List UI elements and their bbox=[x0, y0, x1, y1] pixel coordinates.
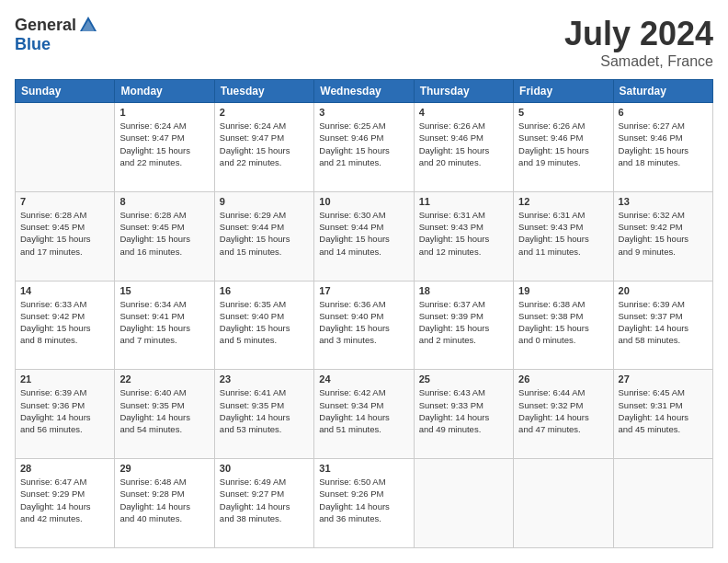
day-number: 21 bbox=[20, 373, 109, 385]
calendar-cell: 22Sunrise: 6:40 AM Sunset: 9:35 PM Dayli… bbox=[115, 370, 214, 459]
day-number: 27 bbox=[619, 373, 708, 385]
calendar-cell bbox=[414, 459, 513, 548]
week-row-1: 1Sunrise: 6:24 AM Sunset: 9:47 PM Daylig… bbox=[16, 103, 713, 192]
day-header-thursday: Thursday bbox=[414, 80, 513, 103]
day-info: Sunrise: 6:45 AM Sunset: 9:31 PM Dayligh… bbox=[619, 386, 708, 435]
calendar-cell: 20Sunrise: 6:39 AM Sunset: 9:37 PM Dayli… bbox=[613, 281, 712, 370]
day-number: 10 bbox=[319, 196, 408, 207]
day-header-sunday: Sunday bbox=[16, 80, 115, 103]
day-header-monday: Monday bbox=[115, 80, 214, 103]
day-info: Sunrise: 6:31 AM Sunset: 9:43 PM Dayligh… bbox=[419, 209, 508, 258]
day-info: Sunrise: 6:49 AM Sunset: 9:27 PM Dayligh… bbox=[220, 476, 309, 524]
day-info: Sunrise: 6:27 AM Sunset: 9:46 PM Dayligh… bbox=[619, 120, 708, 168]
calendar-cell: 16Sunrise: 6:35 AM Sunset: 9:40 PM Dayli… bbox=[214, 281, 313, 370]
day-info: Sunrise: 6:43 AM Sunset: 9:33 PM Dayligh… bbox=[419, 386, 508, 435]
calendar-cell: 28Sunrise: 6:47 AM Sunset: 9:29 PM Dayli… bbox=[16, 459, 115, 548]
day-number: 22 bbox=[119, 373, 209, 385]
calendar-cell: 8Sunrise: 6:28 AM Sunset: 9:45 PM Daylig… bbox=[115, 191, 214, 281]
day-info: Sunrise: 6:26 AM Sunset: 9:46 PM Dayligh… bbox=[419, 120, 508, 168]
day-info: Sunrise: 6:29 AM Sunset: 9:44 PM Dayligh… bbox=[220, 209, 309, 258]
title-block: July 2024 Samadet, France bbox=[564, 15, 713, 70]
calendar-cell: 27Sunrise: 6:45 AM Sunset: 9:31 PM Dayli… bbox=[613, 370, 712, 459]
day-number: 25 bbox=[419, 373, 508, 385]
day-info: Sunrise: 6:48 AM Sunset: 9:28 PM Dayligh… bbox=[119, 476, 209, 524]
day-header-saturday: Saturday bbox=[613, 80, 712, 103]
day-number: 8 bbox=[119, 196, 209, 207]
calendar-cell: 5Sunrise: 6:26 AM Sunset: 9:46 PM Daylig… bbox=[514, 103, 613, 192]
day-number: 3 bbox=[319, 107, 408, 118]
day-info: Sunrise: 6:33 AM Sunset: 9:42 PM Dayligh… bbox=[20, 298, 109, 347]
calendar-cell: 3Sunrise: 6:25 AM Sunset: 9:46 PM Daylig… bbox=[314, 103, 414, 192]
day-number: 30 bbox=[220, 463, 309, 474]
calendar-cell: 10Sunrise: 6:30 AM Sunset: 9:44 PM Dayli… bbox=[314, 191, 414, 281]
day-number: 14 bbox=[20, 285, 109, 296]
day-number: 1 bbox=[119, 107, 209, 118]
day-info: Sunrise: 6:31 AM Sunset: 9:43 PM Dayligh… bbox=[518, 209, 608, 258]
day-info: Sunrise: 6:24 AM Sunset: 9:47 PM Dayligh… bbox=[220, 120, 309, 168]
day-header-wednesday: Wednesday bbox=[314, 80, 414, 103]
calendar-cell: 24Sunrise: 6:42 AM Sunset: 9:34 PM Dayli… bbox=[314, 370, 414, 459]
calendar-cell: 30Sunrise: 6:49 AM Sunset: 9:27 PM Dayli… bbox=[214, 459, 313, 548]
day-info: Sunrise: 6:28 AM Sunset: 9:45 PM Dayligh… bbox=[119, 209, 209, 258]
day-number: 16 bbox=[220, 285, 309, 296]
day-info: Sunrise: 6:44 AM Sunset: 9:32 PM Dayligh… bbox=[518, 386, 608, 435]
day-info: Sunrise: 6:36 AM Sunset: 9:40 PM Dayligh… bbox=[319, 298, 408, 347]
day-number: 6 bbox=[619, 107, 708, 118]
calendar-cell bbox=[514, 459, 613, 548]
day-info: Sunrise: 6:37 AM Sunset: 9:39 PM Dayligh… bbox=[419, 298, 508, 347]
day-number: 4 bbox=[419, 107, 508, 118]
day-number: 28 bbox=[20, 463, 109, 474]
day-info: Sunrise: 6:30 AM Sunset: 9:44 PM Dayligh… bbox=[319, 209, 408, 258]
calendar-cell: 14Sunrise: 6:33 AM Sunset: 9:42 PM Dayli… bbox=[16, 281, 115, 370]
calendar-cell: 23Sunrise: 6:41 AM Sunset: 9:35 PM Dayli… bbox=[214, 370, 313, 459]
calendar-cell bbox=[16, 103, 115, 192]
day-info: Sunrise: 6:28 AM Sunset: 9:45 PM Dayligh… bbox=[20, 209, 109, 258]
location: Samadet, France bbox=[564, 53, 713, 70]
week-row-5: 28Sunrise: 6:47 AM Sunset: 9:29 PM Dayli… bbox=[16, 459, 713, 548]
calendar-cell: 18Sunrise: 6:37 AM Sunset: 9:39 PM Dayli… bbox=[414, 281, 513, 370]
calendar-cell: 2Sunrise: 6:24 AM Sunset: 9:47 PM Daylig… bbox=[214, 103, 313, 192]
day-info: Sunrise: 6:42 AM Sunset: 9:34 PM Dayligh… bbox=[319, 386, 408, 435]
day-number: 24 bbox=[319, 373, 408, 385]
day-number: 15 bbox=[119, 285, 209, 296]
calendar-cell: 4Sunrise: 6:26 AM Sunset: 9:46 PM Daylig… bbox=[414, 103, 513, 192]
day-info: Sunrise: 6:40 AM Sunset: 9:35 PM Dayligh… bbox=[119, 386, 209, 435]
day-info: Sunrise: 6:38 AM Sunset: 9:38 PM Dayligh… bbox=[518, 298, 608, 347]
calendar-cell: 6Sunrise: 6:27 AM Sunset: 9:46 PM Daylig… bbox=[613, 103, 712, 192]
calendar-cell: 29Sunrise: 6:48 AM Sunset: 9:28 PM Dayli… bbox=[115, 459, 214, 548]
day-number: 5 bbox=[518, 107, 608, 118]
calendar-cell: 17Sunrise: 6:36 AM Sunset: 9:40 PM Dayli… bbox=[314, 281, 414, 370]
week-row-3: 14Sunrise: 6:33 AM Sunset: 9:42 PM Dayli… bbox=[16, 281, 713, 370]
day-number: 20 bbox=[619, 285, 708, 296]
day-number: 17 bbox=[319, 285, 408, 296]
day-info: Sunrise: 6:24 AM Sunset: 9:47 PM Dayligh… bbox=[119, 120, 209, 168]
calendar-cell: 15Sunrise: 6:34 AM Sunset: 9:41 PM Dayli… bbox=[115, 281, 214, 370]
header: General Blue July 2024 Samadet, France bbox=[15, 15, 713, 70]
day-header-friday: Friday bbox=[514, 80, 613, 103]
day-number: 13 bbox=[619, 196, 708, 207]
calendar-cell: 31Sunrise: 6:50 AM Sunset: 9:26 PM Dayli… bbox=[314, 459, 414, 548]
logo-blue-text: Blue bbox=[15, 35, 51, 54]
day-number: 29 bbox=[119, 463, 209, 474]
week-row-2: 7Sunrise: 6:28 AM Sunset: 9:45 PM Daylig… bbox=[16, 191, 713, 281]
day-number: 23 bbox=[220, 373, 309, 385]
day-info: Sunrise: 6:39 AM Sunset: 9:36 PM Dayligh… bbox=[20, 386, 109, 435]
calendar-cell bbox=[613, 459, 712, 548]
day-header-tuesday: Tuesday bbox=[214, 80, 313, 103]
day-info: Sunrise: 6:41 AM Sunset: 9:35 PM Dayligh… bbox=[220, 386, 309, 435]
day-info: Sunrise: 6:39 AM Sunset: 9:37 PM Dayligh… bbox=[619, 298, 708, 347]
calendar-table: SundayMondayTuesdayWednesdayThursdayFrid… bbox=[15, 79, 713, 548]
calendar-cell: 21Sunrise: 6:39 AM Sunset: 9:36 PM Dayli… bbox=[16, 370, 115, 459]
calendar-cell: 19Sunrise: 6:38 AM Sunset: 9:38 PM Dayli… bbox=[514, 281, 613, 370]
day-number: 12 bbox=[518, 196, 608, 207]
calendar-cell: 7Sunrise: 6:28 AM Sunset: 9:45 PM Daylig… bbox=[16, 191, 115, 281]
day-number: 19 bbox=[518, 285, 608, 296]
logo-icon bbox=[78, 15, 98, 35]
day-number: 11 bbox=[419, 196, 508, 207]
calendar-cell: 11Sunrise: 6:31 AM Sunset: 9:43 PM Dayli… bbox=[414, 191, 513, 281]
logo: General Blue bbox=[15, 15, 98, 54]
page: General Blue July 2024 Samadet, France S… bbox=[0, 0, 728, 563]
day-number: 9 bbox=[220, 196, 309, 207]
calendar-cell: 12Sunrise: 6:31 AM Sunset: 9:43 PM Dayli… bbox=[514, 191, 613, 281]
day-info: Sunrise: 6:34 AM Sunset: 9:41 PM Dayligh… bbox=[119, 298, 209, 347]
